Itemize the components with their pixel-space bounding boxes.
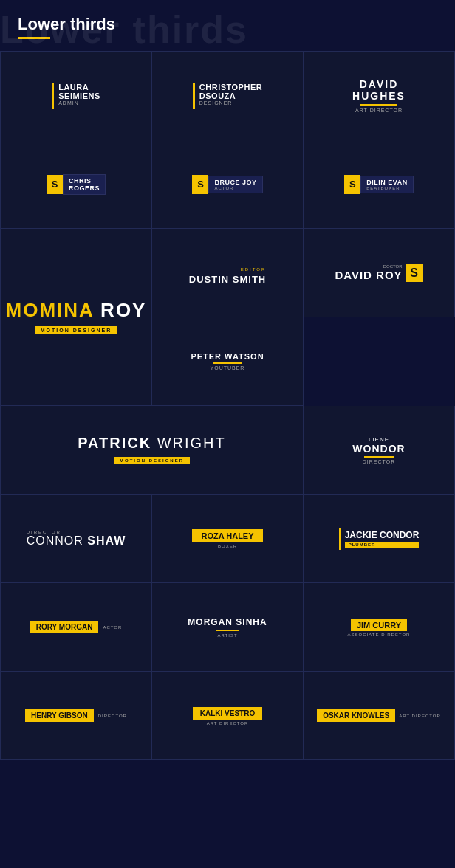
card-liene-wondor: LIENE WONDOR DIRECTOR [304,406,455,495]
person-name: OSKAR KNOWLES [323,712,389,720]
person-name: WONDOR [352,443,405,455]
badge-info: DILIN EVAN BEATBOXER [360,176,413,193]
card-connor-shaw: DIRECTOR CONNOR SHAW [1,495,152,583]
person-name: DUSTIN SMITH [189,274,266,285]
lt-morgan: MORGAN SINHA ARTIST [188,617,267,638]
card-chris-rogers: S CHRISROGERS [1,140,152,229]
lt-roza: ROZA HALEY BOXER [192,528,262,548]
card-david-hughes: DAVIDHUGHES ART DIRECTOR [304,52,455,140]
lt-dustin: EDITOR DUSTIN SMITH [189,261,266,285]
badge-icon: S [47,175,63,194]
person-name: LAURASEIMIENS [58,83,100,100]
lt-liene: LIENE WONDOR DIRECTOR [352,436,405,464]
person-name: MOMINA ROY [6,299,147,322]
lt-text: LAURASEIMIENS ADMIN [58,83,100,106]
card-jim-curry: JIM CURRY ASSOCIATE DIRECTOR [304,583,455,672]
rory-box: RORY MORGAN [30,621,99,633]
card-oskar-knowles: OSKAR KNOWLES ART DIRECTOR [304,672,455,760]
lt-momina: MOMINA ROY MOTION DESIGNER [6,299,147,335]
lt-jackie: JACKIE CONDOR PLUMBER [339,528,420,550]
lt-laura: LAURASEIMIENS ADMIN [52,83,100,109]
name-thin: WRIGHT [157,435,226,451]
lower-thirds-grid: LAURASEIMIENS ADMIN CHRISTOPHERDSOUZA DE… [0,51,455,760]
card-david-roy: DOCTOR DAVID ROY S [304,229,455,317]
person-name: CHRISROGERS [69,177,100,192]
card-jackie-condor: JACKIE CONDOR PLUMBER [304,495,455,583]
roza-box: ROZA HALEY [192,529,262,542]
card-christopher-dsouza: CHRISTOPHERDSOUZA DESIGNER [152,52,304,140]
person-role: DESIGNER [199,100,262,106]
lt-chris: S CHRISROGERS [47,174,106,195]
person-role: ASSOCIATE DIRECTOR [348,633,411,637]
underline [360,104,397,106]
person-name: PATRICK WRIGHT [78,435,226,452]
lt-dilin: S DILIN EVAN BEATBOXER [344,175,413,194]
lt-christopher: CHRISTOPHERDSOUZA DESIGNER [193,83,262,109]
person-role: ART DIRECTOR [399,714,441,718]
lt-davidroy: DOCTOR DAVID ROY S [335,264,422,282]
person-role: YOUTUBER [191,365,264,371]
lt-kalki: KALKI VESTRO ART DIRECTOR [193,706,262,726]
jackie-line [339,528,341,550]
person-name: BRUCE JOY [214,179,256,186]
oskar-box: OSKAR KNOWLES [317,709,395,722]
name-thin: CONNOR [27,534,83,547]
lt-rory: RORY MORGAN ACTOR [30,621,123,633]
lt-oskar: OSKAR KNOWLES ART DIRECTOR [317,709,441,722]
lt-text: CHRISTOPHERDSOUZA DESIGNER [199,83,262,106]
person-role: DIRECTOR [352,459,405,464]
person-role: ACTOR [214,186,256,190]
person-name: MORGAN SINHA [188,617,267,627]
person-name: RORY MORGAN [36,623,93,631]
card-patrick-wright: PATRICK WRIGHT MOTION DESIGNER [1,406,304,495]
davidroy-left: DOCTOR DAVID ROY [335,264,402,281]
header-title: Lower thirds [18,15,115,34]
person-name: DAVID ROY [335,269,402,281]
person-role: DIRECTOR [98,714,127,718]
person-name: JACKIE CONDOR [345,530,420,540]
person-role: MOTION DESIGNER [114,457,190,464]
card-henry-gibson: HENRY GIBSON DIRECTOR [1,672,152,760]
person-role: ADMIN [58,100,100,106]
person-role: ART DIRECTOR [352,108,406,113]
card-dilin-evan: S DILIN EVAN BEATBOXER [304,140,455,229]
person-role: BEATBOXER [366,186,407,190]
lt-text: JACKIE CONDOR PLUMBER [345,530,420,548]
person-role: BOXER [192,544,262,548]
person-role: ARTIST [188,633,267,638]
underline [213,362,242,364]
person-name: CHRISTOPHERDSOUZA [199,83,262,100]
person-name: HENRY GIBSON [31,712,88,720]
lt-peter: PETER WATSON YOUTUBER [191,352,264,371]
badge-icon: S [344,175,360,194]
person-role: PLUMBER [345,542,420,548]
name-bold: SHAW [83,534,126,547]
person-name: CONNOR SHAW [27,534,126,548]
badge-info: BRUCE JOY ACTOR [208,176,262,193]
person-name: KALKI VESTRO [193,707,262,720]
lt-connor: DIRECTOR CONNOR SHAW [27,530,126,548]
person-role: ACTOR [103,625,122,630]
card-rory-morgan: RORY MORGAN ACTOR [1,583,152,672]
card-dustin-smith: EDITOR DUSTIN SMITH [152,229,304,317]
name-highlight: MOMINA [6,299,94,321]
person-name: DAVIDHUGHES [352,78,406,102]
morgan-line [216,630,239,631]
card-momina-roy: MOMINA ROY MOTION DESIGNER [1,229,152,406]
card-roza-haley: ROZA HALEY BOXER [152,495,304,583]
card-peter-watson: PETER WATSON YOUTUBER [152,317,304,406]
bracket-line [52,83,54,109]
person-name: DILIN EVAN [366,179,407,186]
header-underline [18,37,50,39]
person-name: PETER WATSON [191,352,264,361]
card-laura-seimiens: LAURASEIMIENS ADMIN [1,52,152,140]
card-bruce-joy: S BRUCE JOY ACTOR [152,140,304,229]
lt-henry: HENRY GIBSON DIRECTOR [25,709,127,722]
lt-bruce: S BRUCE JOY ACTOR [192,175,262,194]
card-morgan-sinha: MORGAN SINHA ARTIST [152,583,304,672]
person-title: EDITOR [241,267,267,272]
header: Lower thirds Lower thirds [0,0,455,51]
underline [364,456,394,458]
lt-jimcurry: JIM CURRY ASSOCIATE DIRECTOR [348,618,411,637]
badge-s: S [406,264,423,282]
